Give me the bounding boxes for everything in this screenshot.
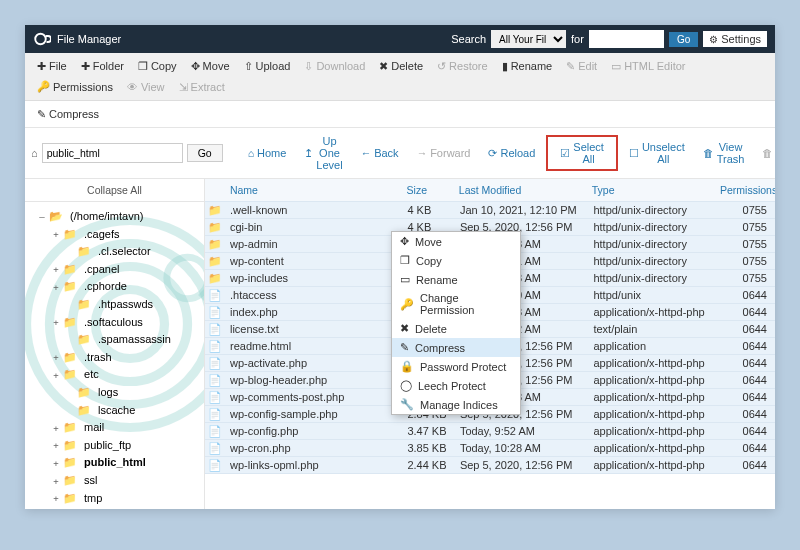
select-all-highlight: ☑ Select All bbox=[546, 135, 618, 171]
context-compress[interactable]: ✎Compress bbox=[392, 338, 520, 357]
settings-button[interactable]: ⚙ Settings bbox=[703, 31, 767, 47]
ctx-icon: 🔒 bbox=[400, 360, 414, 373]
copy-button[interactable]: ❐ Copy bbox=[132, 57, 183, 75]
file-button[interactable]: ✚ File bbox=[31, 57, 73, 75]
file-list-panel: Name Size Last Modified Type Permissions… bbox=[205, 179, 775, 509]
app-title: File Manager bbox=[57, 33, 121, 45]
context-rename[interactable]: ▭Rename bbox=[392, 270, 520, 289]
path-go-button[interactable]: Go bbox=[187, 144, 223, 162]
col-size[interactable]: Size bbox=[407, 184, 459, 196]
main-toolbar: ✚ File ✚ Folder ❐ Copy ✥ Move ⇧ Upload ⇩… bbox=[25, 53, 775, 101]
ctx-icon: ◯ bbox=[400, 379, 412, 392]
extract-button[interactable]: ⇲ Extract bbox=[173, 78, 231, 96]
html-editor-button[interactable]: ▭ HTML Editor bbox=[605, 57, 691, 75]
folder-tree: –📂 (/home/imtavn) +📁 .cagefs📁 .cl.select… bbox=[25, 202, 204, 509]
permissions-button[interactable]: 🔑 Permissions bbox=[31, 77, 119, 96]
tree-item[interactable]: +📁 public_ftp bbox=[29, 437, 200, 455]
edit-button[interactable]: ✎ Edit bbox=[560, 57, 603, 75]
search-input[interactable] bbox=[589, 30, 664, 48]
delete-button[interactable]: ✖ Delete bbox=[373, 57, 429, 75]
context-delete[interactable]: ✖Delete bbox=[392, 319, 520, 338]
search-go-button[interactable]: Go bbox=[669, 32, 698, 47]
context-move[interactable]: ✥Move bbox=[392, 232, 520, 251]
tree-item[interactable]: +📁 .cphorde bbox=[29, 278, 200, 296]
download-button[interactable]: ⇩ Download bbox=[298, 57, 371, 75]
context-password-protect[interactable]: 🔒Password Protect bbox=[392, 357, 520, 376]
nav-empty-trash-button[interactable]: 🗑 Empty Trash bbox=[755, 138, 775, 168]
rename-button[interactable]: ▮ Rename bbox=[496, 57, 559, 75]
context-manage-indices[interactable]: 🔧Manage Indices bbox=[392, 395, 520, 414]
path-nav-row: ⌂ Go ⌂ Home ↥ Up One Level ← Back → Forw… bbox=[25, 128, 775, 179]
tree-item[interactable]: 📁 lscache bbox=[29, 402, 200, 420]
file-row[interactable]: 📁.well-known4 KBJan 10, 2021, 12:10 PMht… bbox=[205, 202, 775, 219]
col-type[interactable]: Type bbox=[592, 184, 720, 196]
tree-item[interactable]: 📁 .htpasswds bbox=[29, 296, 200, 314]
nav-reload-button[interactable]: ⟳ Reload bbox=[481, 144, 542, 162]
tree-item[interactable]: +📁 mail bbox=[29, 419, 200, 437]
collapse-all-button[interactable]: Collapse All bbox=[25, 179, 204, 202]
context-leech-protect[interactable]: ◯Leech Protect bbox=[392, 376, 520, 395]
ctx-icon: 🔑 bbox=[400, 298, 414, 311]
nav-unselect-all-button[interactable]: ☐ Unselect All bbox=[622, 138, 692, 168]
file-row[interactable]: 📄wp-links-opml.php2.44 KBSep 5, 2020, 12… bbox=[205, 457, 775, 474]
tree-item[interactable]: +📁 .softaculous bbox=[29, 314, 200, 332]
context-change-permission[interactable]: 🔑Change Permission bbox=[392, 289, 520, 319]
path-input[interactable] bbox=[42, 143, 183, 163]
view-button[interactable]: 👁 View bbox=[121, 78, 171, 96]
nav-forward-button[interactable]: → Forward bbox=[410, 144, 478, 162]
for-label: for bbox=[571, 33, 584, 45]
nav-home-button[interactable]: ⌂ Home bbox=[241, 144, 294, 162]
cpanel-icon bbox=[33, 30, 51, 48]
file-row[interactable]: 📄wp-cron.php3.85 KBToday, 10:28 AMapplic… bbox=[205, 440, 775, 457]
tree-item[interactable]: +📁 public_html bbox=[29, 454, 200, 472]
tree-item[interactable]: 📁 .cl.selector bbox=[29, 243, 200, 261]
nav-up-button[interactable]: ↥ Up One Level bbox=[297, 132, 349, 174]
brand: File Manager bbox=[33, 30, 121, 48]
svg-point-0 bbox=[35, 34, 46, 45]
sidebar: Collapse All –📂 (/home/imtavn) +📁 .cagef… bbox=[25, 179, 205, 509]
tree-item[interactable]: +📁 ssl bbox=[29, 472, 200, 490]
upload-button[interactable]: ⇧ Upload bbox=[238, 57, 297, 75]
ctx-icon: ✥ bbox=[400, 235, 409, 248]
search-scope-select[interactable]: All Your Files bbox=[491, 30, 566, 48]
toolbar-row-2: ✎ Compress bbox=[25, 101, 775, 128]
tree-item[interactable]: 📁 logs bbox=[29, 384, 200, 402]
body: Collapse All –📂 (/home/imtavn) +📁 .cagef… bbox=[25, 179, 775, 509]
restore-button[interactable]: ↺ Restore bbox=[431, 57, 494, 75]
tree-item[interactable]: +📁 .cagefs bbox=[29, 226, 200, 244]
col-permissions[interactable]: Permissions bbox=[720, 184, 775, 196]
context-copy[interactable]: ❐Copy bbox=[392, 251, 520, 270]
search-label: Search bbox=[451, 33, 486, 45]
header-right: Search All Your Files for Go ⚙ Settings bbox=[451, 30, 767, 48]
home-path-icon[interactable]: ⌂ bbox=[31, 147, 38, 159]
ctx-icon: ▭ bbox=[400, 273, 410, 286]
ctx-icon: 🔧 bbox=[400, 398, 414, 411]
tree-item[interactable]: 📁 .spamassassin bbox=[29, 331, 200, 349]
nav-select-all-button[interactable]: ☑ Select All bbox=[553, 138, 611, 168]
tree-root[interactable]: –📂 (/home/imtavn) bbox=[29, 208, 200, 226]
file-row[interactable]: 📄wp-config.php3.47 KBToday, 9:52 AMappli… bbox=[205, 423, 775, 440]
col-name[interactable]: Name bbox=[226, 184, 407, 196]
nav-view-trash-button[interactable]: 🗑 View Trash bbox=[696, 138, 752, 168]
ctx-icon: ✖ bbox=[400, 322, 409, 335]
compress-button[interactable]: ✎ Compress bbox=[31, 105, 105, 123]
ctx-icon: ❐ bbox=[400, 254, 410, 267]
file-manager-window: File Manager Search All Your Files for G… bbox=[25, 25, 775, 509]
nav-back-button[interactable]: ← Back bbox=[354, 144, 406, 162]
tree-item[interactable]: +📁 .trash bbox=[29, 349, 200, 367]
tree-item[interactable]: +📁 etc bbox=[29, 366, 200, 384]
col-modified[interactable]: Last Modified bbox=[459, 184, 592, 196]
context-menu: ✥Move❐Copy▭Rename🔑Change Permission✖Dele… bbox=[391, 231, 521, 415]
header-bar: File Manager Search All Your Files for G… bbox=[25, 25, 775, 53]
ctx-icon: ✎ bbox=[400, 341, 409, 354]
tree-item[interactable]: +📁 .cpanel bbox=[29, 261, 200, 279]
table-header: Name Size Last Modified Type Permissions bbox=[205, 179, 775, 202]
tree-item[interactable]: +📁 tmp bbox=[29, 490, 200, 508]
move-button[interactable]: ✥ Move bbox=[185, 57, 236, 75]
folder-button[interactable]: ✚ Folder bbox=[75, 57, 130, 75]
